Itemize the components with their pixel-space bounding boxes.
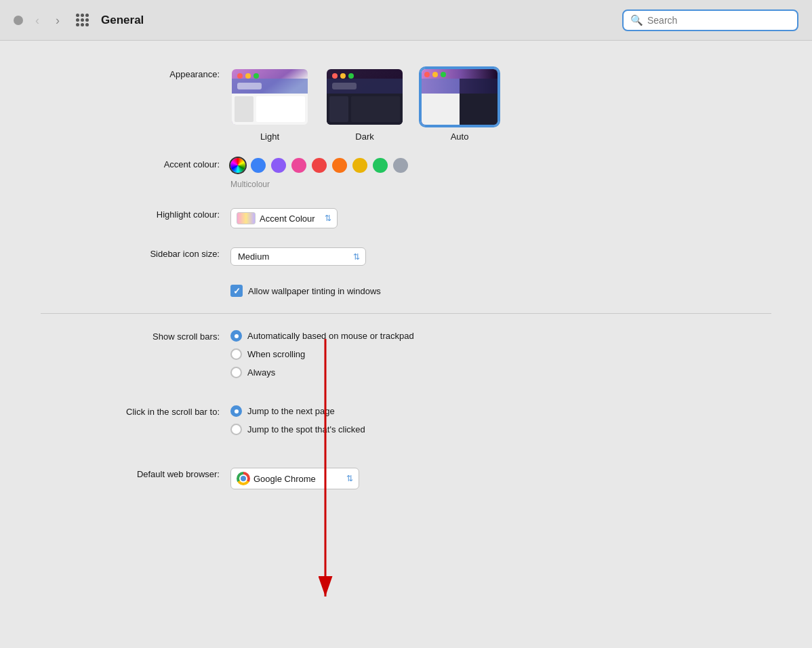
- appearance-option-dark[interactable]: Dark: [325, 68, 404, 142]
- scroll-always-row: Always: [230, 367, 414, 378]
- appearance-options-wrapper: Light: [230, 68, 499, 142]
- appearance-dark-label: Dark: [355, 131, 373, 142]
- search-input[interactable]: [647, 15, 790, 26]
- sidebar-size-value: Medium: [238, 251, 269, 262]
- highlight-select-wrapper[interactable]: Accent Colour ⇅: [230, 208, 338, 228]
- wallpaper-tinting-empty-label: [41, 285, 230, 286]
- scroll-bars-radio-group: Automatically based on mouse or trackpad…: [230, 330, 414, 378]
- click-spot-label: Jump to the spot that's clicked: [247, 424, 365, 434]
- default-browser-content: Google Chrome ⇅: [230, 468, 359, 489]
- click-scroll-bar-label: Click in the scroll bar to:: [41, 405, 230, 417]
- traffic-light-close[interactable]: [14, 16, 23, 25]
- wallpaper-tinting-checkbox[interactable]: ✓: [230, 285, 243, 297]
- accent-yellow[interactable]: [352, 158, 367, 173]
- search-box[interactable]: 🔍: [622, 9, 798, 31]
- browser-select[interactable]: Google Chrome ⇅: [230, 468, 359, 489]
- appearance-light-label: Light: [260, 131, 279, 142]
- show-scroll-bars-label: Show scroll bars:: [41, 330, 230, 342]
- click-spot-radio[interactable]: [230, 424, 242, 435]
- show-scroll-bars-content: Automatically based on mouse or trackpad…: [230, 330, 414, 378]
- accent-pink[interactable]: [291, 158, 306, 173]
- accent-green[interactable]: [373, 158, 388, 173]
- scroll-scrolling-row: When scrolling: [230, 348, 414, 360]
- click-next-page-row: Jump to the next page: [230, 405, 365, 417]
- scroll-always-label: Always: [247, 367, 275, 378]
- highlight-value: Accent Colour: [260, 214, 315, 224]
- accent-colour-label: Accent colour:: [41, 158, 230, 169]
- appearance-thumb-light: [230, 68, 309, 126]
- accent-colour-content: Multicolour: [230, 158, 408, 189]
- default-browser-wrapper: Google Chrome ⇅: [230, 468, 359, 489]
- accent-colour-row: Accent colour: Multicolour: [41, 148, 771, 199]
- accent-blue[interactable]: [251, 158, 266, 173]
- scroll-scrolling-label: When scrolling: [247, 349, 305, 359]
- browser-arrows-icon: ⇅: [346, 474, 353, 483]
- click-spot-row: Jump to the spot that's clicked: [230, 424, 365, 435]
- accent-colours: [230, 158, 408, 173]
- accent-multicolour[interactable]: [230, 158, 245, 173]
- sidebar-icon-size-content: Medium ⇅: [230, 247, 366, 266]
- click-scroll-bar-content: Jump to the next page Jump to the spot t…: [230, 405, 365, 435]
- forward-button[interactable]: ›: [52, 12, 64, 29]
- grid-button[interactable]: [76, 14, 89, 26]
- sidebar-icon-size-row: Sidebar icon size: Medium ⇅: [41, 238, 771, 275]
- sidebar-arrows-icon: ⇅: [353, 252, 360, 262]
- click-scroll-bar-row: Click in the scroll bar to: Jump to the …: [41, 396, 771, 445]
- scroll-auto-label: Automatically based on mouse or trackpad: [247, 331, 414, 341]
- highlight-arrows-icon: ⇅: [325, 214, 331, 223]
- chrome-icon: [237, 472, 250, 485]
- appearance-thumb-auto: [420, 68, 499, 126]
- appearance-thumb-dark: [325, 68, 404, 126]
- click-scroll-radio-group: Jump to the next page Jump to the spot t…: [230, 405, 365, 435]
- page-title: General: [101, 14, 614, 27]
- accent-graphite[interactable]: [393, 158, 408, 173]
- search-icon: 🔍: [630, 14, 643, 26]
- accent-red[interactable]: [312, 158, 327, 173]
- settings-content: Appearance:: [0, 41, 812, 526]
- accent-orange[interactable]: [332, 158, 347, 173]
- wallpaper-tinting-checkbox-row: ✓ Allow wallpaper tinting in windows: [230, 285, 381, 297]
- back-button[interactable]: ‹: [31, 12, 43, 29]
- scroll-always-radio[interactable]: [230, 367, 242, 378]
- accent-sub-label: Multicolour: [230, 180, 408, 189]
- default-browser-label: Default web browser:: [41, 468, 230, 479]
- accent-purple[interactable]: [271, 158, 286, 173]
- click-next-page-label: Jump to the next page: [247, 406, 335, 416]
- scroll-scrolling-radio[interactable]: [230, 348, 242, 360]
- checkbox-check-icon: ✓: [233, 286, 241, 296]
- appearance-option-light[interactable]: Light: [230, 68, 309, 142]
- toolbar: ‹ › General 🔍: [0, 0, 812, 41]
- appearance-label: Appearance:: [41, 68, 230, 79]
- show-scroll-bars-row: Show scroll bars: Automatically based on…: [41, 313, 771, 388]
- sidebar-icon-size-label: Sidebar icon size:: [41, 247, 230, 259]
- appearance-option-auto[interactable]: Auto: [420, 68, 499, 142]
- click-next-page-radio[interactable]: [230, 405, 242, 417]
- appearance-auto-label: Auto: [451, 131, 469, 142]
- wallpaper-tinting-row: ✓ Allow wallpaper tinting in windows: [41, 275, 771, 306]
- browser-value: Google Chrome: [253, 474, 338, 484]
- highlight-colour-row: Highlight colour: Accent Colour ⇅: [41, 199, 771, 238]
- default-browser-row: Default web browser: Google Chrome ⇅: [41, 458, 771, 499]
- highlight-swatch: [237, 212, 256, 224]
- sidebar-size-select-wrapper[interactable]: Medium ⇅: [230, 247, 366, 266]
- wallpaper-tinting-content: ✓ Allow wallpaper tinting in windows: [230, 285, 381, 297]
- highlight-colour-label: Highlight colour:: [41, 208, 230, 220]
- appearance-options: Light: [230, 68, 499, 142]
- highlight-colour-content: Accent Colour ⇅: [230, 208, 338, 228]
- appearance-row: Appearance:: [41, 68, 771, 148]
- wallpaper-tinting-label: Allow wallpaper tinting in windows: [248, 286, 381, 296]
- scroll-auto-radio[interactable]: [230, 330, 242, 342]
- scroll-auto-row: Automatically based on mouse or trackpad: [230, 330, 414, 342]
